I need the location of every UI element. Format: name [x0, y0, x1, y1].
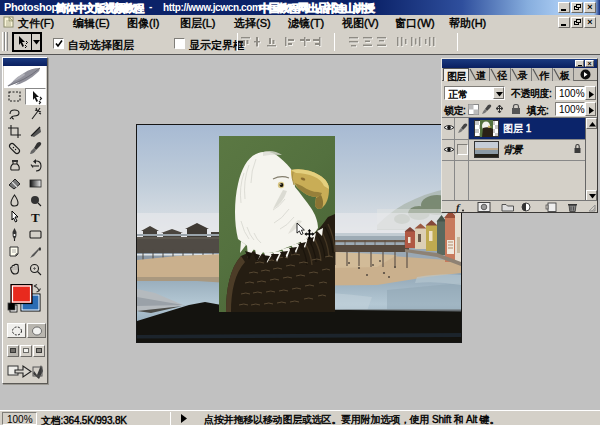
- svg-text:f: f: [456, 202, 461, 212]
- svg-text:T: T: [31, 210, 40, 225]
